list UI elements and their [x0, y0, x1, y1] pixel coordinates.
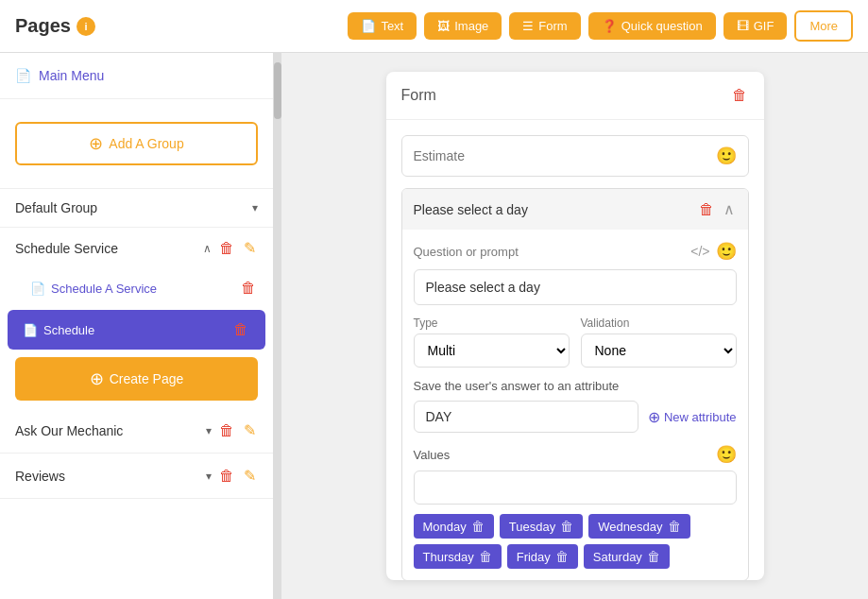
form-card-header: Form 🗑: [386, 72, 764, 120]
default-group-header[interactable]: Default Group ▾: [0, 189, 273, 228]
schedule-service-edit-button[interactable]: ✎: [242, 237, 258, 259]
sidebar: 📄 Main Menu ⊕ Add A Group Default Group …: [0, 53, 274, 599]
question-header-actions: 🗑 ∧: [697, 198, 737, 220]
question-delete-button[interactable]: 🗑: [697, 199, 716, 220]
question-collapse-icon: ∧: [723, 201, 735, 217]
reviews-label: Reviews: [15, 469, 65, 484]
more-button[interactable]: More: [794, 10, 853, 42]
form-body: 🙂 Please select a day 🗑 ∧: [386, 120, 764, 580]
new-attribute-button[interactable]: ⊕ New attribute: [648, 408, 737, 426]
ask-mechanic-header[interactable]: Ask Our Mechanic ▾ 🗑 ✎: [0, 408, 273, 454]
type-validation-row: Type Multi Validation None: [414, 317, 737, 368]
text-button[interactable]: 📄 Text: [348, 12, 417, 40]
reviews-header[interactable]: Reviews ▾ 🗑 ✎: [0, 454, 273, 499]
form-icon: ☰: [522, 19, 534, 33]
estimate-row: 🙂: [401, 135, 749, 177]
day-tags: Monday🗑Tuesday🗑Wednesday🗑Thursday🗑Friday…: [414, 514, 737, 569]
estimate-emoji-icon[interactable]: 🙂: [716, 145, 737, 166]
quick-question-button[interactable]: ❓ Quick question: [588, 12, 716, 40]
toolbar: Pages i 📄 Text 🖼 Image ☰ Form ❓ Quick qu…: [0, 0, 868, 53]
values-emoji-icon[interactable]: 🙂: [716, 444, 737, 465]
day-tag[interactable]: Tuesday🗑: [500, 514, 583, 539]
add-group-label: Add A Group: [109, 136, 183, 151]
form-card: Form 🗑 🙂 Please select a day: [386, 72, 764, 580]
day-tag-delete-icon[interactable]: 🗑: [647, 549, 660, 564]
schedule-a-service-label: Schedule A Service: [51, 282, 157, 296]
gif-label: GIF: [754, 19, 774, 33]
create-page-plus-icon: ⊕: [90, 368, 104, 389]
validation-field: Validation None: [581, 317, 737, 368]
day-tag[interactable]: Thursday🗑: [414, 544, 502, 569]
reviews-edit-icon: ✎: [244, 468, 256, 484]
question-collapse-button[interactable]: ∧: [722, 198, 737, 220]
day-tag-delete-icon[interactable]: 🗑: [560, 519, 573, 534]
add-group-button[interactable]: ⊕ Add A Group: [15, 122, 258, 165]
day-tag-delete-icon[interactable]: 🗑: [555, 549, 569, 564]
question-input[interactable]: [414, 269, 737, 305]
day-tag[interactable]: Wednesday🗑: [588, 514, 689, 539]
day-tag[interactable]: Monday🗑: [414, 514, 494, 539]
day-tag-delete-icon[interactable]: 🗑: [668, 519, 681, 534]
reviews-edit-button[interactable]: ✎: [242, 465, 258, 487]
schedule-label-wrap: 📄 Schedule: [23, 323, 94, 337]
values-row: Values 🙂: [414, 444, 737, 465]
schedule-service-label-wrap: Schedule Service: [15, 241, 118, 256]
schedule-service-chevron[interactable]: ∧: [203, 242, 212, 255]
form-button[interactable]: ☰ Form: [509, 12, 580, 40]
schedule-service-delete-button[interactable]: 🗑: [217, 238, 236, 259]
more-label: More: [809, 19, 838, 33]
content-area: Form 🗑 🙂 Please select a day: [281, 53, 868, 599]
schedule-a-service-label-wrap[interactable]: 📄 Schedule A Service: [30, 282, 157, 296]
prompt-label: Question or prompt: [414, 245, 519, 259]
values-label: Values: [414, 448, 451, 462]
info-icon[interactable]: i: [77, 17, 95, 36]
prompt-row: Question or prompt </> 🙂: [414, 241, 737, 262]
image-label: Image: [454, 19, 488, 33]
schedule-a-service-doc-icon: 📄: [30, 282, 45, 296]
values-input[interactable]: [414, 471, 737, 505]
main-menu-label: Main Menu: [39, 68, 104, 83]
main-menu-item[interactable]: 📄 Main Menu: [15, 64, 258, 87]
type-select[interactable]: Multi: [414, 334, 570, 368]
create-page-button[interactable]: ⊕ Create Page: [15, 357, 258, 401]
form-delete-button[interactable]: 🗑: [730, 85, 749, 106]
ask-mechanic-chevron: ▾: [206, 424, 212, 437]
day-tag[interactable]: Friday🗑: [507, 544, 578, 569]
image-icon: 🖼: [437, 19, 450, 33]
validation-select[interactable]: None: [581, 334, 737, 368]
ask-mechanic-edit-button[interactable]: ✎: [242, 419, 258, 441]
schedule-a-service-delete-button[interactable]: 🗑: [239, 278, 258, 299]
schedule-active-item[interactable]: 📄 Schedule 🗑: [8, 310, 265, 350]
main-layout: 📄 Main Menu ⊕ Add A Group Default Group …: [0, 53, 868, 599]
prompt-emoji-icon[interactable]: 🙂: [716, 241, 737, 262]
gif-icon: 🎞: [737, 19, 749, 33]
gif-button[interactable]: 🎞 GIF: [723, 12, 788, 40]
reviews-delete-button[interactable]: 🗑: [217, 466, 236, 487]
reviews-delete-icon: 🗑: [219, 468, 234, 484]
form-label: Form: [538, 19, 567, 33]
schedule-service-label: Schedule Service: [15, 241, 118, 256]
form-title: Form: [401, 87, 436, 104]
quick-question-icon: ❓: [602, 19, 617, 33]
day-tag-delete-icon[interactable]: 🗑: [479, 549, 492, 564]
day-tag[interactable]: Saturday🗑: [584, 544, 670, 569]
schedule-delete-button[interactable]: 🗑: [231, 319, 250, 340]
save-answer-label: Save the user's answer to an attribute: [414, 379, 737, 393]
schedule-service-edit-icon: ✎: [244, 240, 256, 256]
question-header-label: Please select a day: [414, 202, 528, 217]
code-icon[interactable]: </>: [690, 244, 709, 259]
estimate-input[interactable]: [414, 148, 708, 163]
attr-row: ⊕ New attribute: [414, 401, 737, 433]
attribute-input[interactable]: [414, 401, 638, 433]
pages-title: Pages i: [15, 15, 95, 37]
question-delete-icon: 🗑: [699, 201, 714, 217]
sidebar-scrollbar[interactable]: [274, 53, 281, 599]
ask-mechanic-delete-icon: 🗑: [219, 422, 234, 438]
add-group-section: ⊕ Add A Group: [0, 99, 273, 189]
main-menu-section: 📄 Main Menu: [0, 53, 273, 99]
image-button[interactable]: 🖼 Image: [424, 12, 502, 40]
ask-mechanic-delete-button[interactable]: 🗑: [217, 420, 236, 441]
schedule-delete-icon: 🗑: [233, 321, 248, 337]
pages-label: Pages: [15, 15, 71, 37]
day-tag-delete-icon[interactable]: 🗑: [471, 519, 485, 534]
